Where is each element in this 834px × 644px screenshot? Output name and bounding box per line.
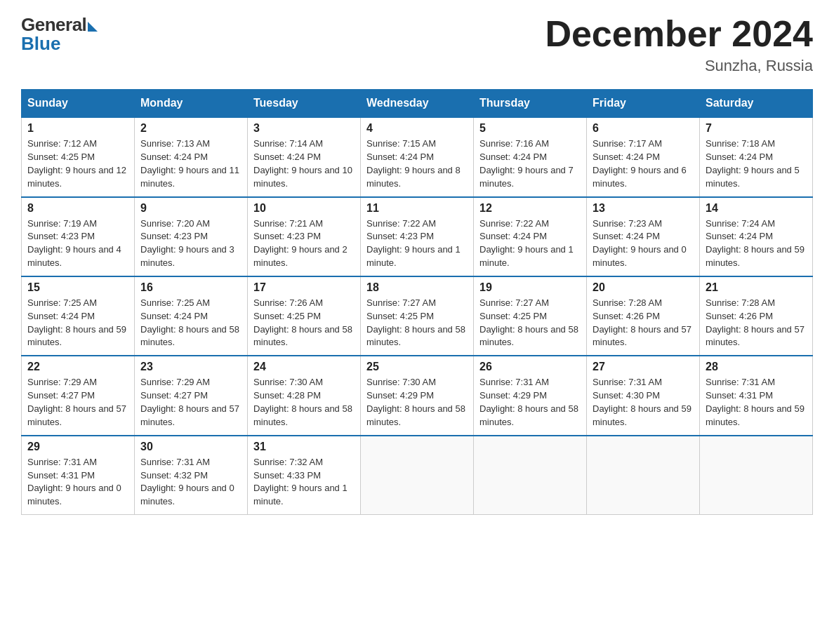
calendar-week-row: 1Sunrise: 7:12 AMSunset: 4:25 PMDaylight… [22, 117, 813, 196]
day-info: Sunrise: 7:28 AMSunset: 4:26 PMDaylight:… [593, 297, 694, 349]
calendar-cell: 31Sunrise: 7:32 AMSunset: 4:33 PMDayligh… [248, 436, 361, 515]
day-info: Sunrise: 7:13 AMSunset: 4:24 PMDaylight:… [140, 137, 241, 190]
day-number: 25 [366, 361, 468, 373]
calendar-cell: 27Sunrise: 7:31 AMSunset: 4:30 PMDayligh… [587, 356, 700, 435]
calendar-cell: 17Sunrise: 7:26 AMSunset: 4:25 PMDayligh… [248, 276, 361, 356]
day-info: Sunrise: 7:18 AMSunset: 4:24 PMDaylight:… [706, 137, 807, 190]
day-number: 7 [706, 122, 807, 135]
day-info: Sunrise: 7:24 AMSunset: 4:24 PMDaylight:… [706, 217, 807, 270]
calendar-cell: 23Sunrise: 7:29 AMSunset: 4:27 PMDayligh… [135, 356, 248, 435]
day-number: 23 [140, 361, 241, 373]
day-number: 9 [140, 202, 241, 215]
calendar-cell: 7Sunrise: 7:18 AMSunset: 4:24 PMDaylight… [700, 117, 813, 196]
day-number: 22 [27, 361, 128, 373]
calendar-cell: 19Sunrise: 7:27 AMSunset: 4:25 PMDayligh… [474, 276, 587, 356]
calendar-cell: 20Sunrise: 7:28 AMSunset: 4:26 PMDayligh… [587, 276, 700, 356]
day-info: Sunrise: 7:26 AMSunset: 4:25 PMDaylight:… [253, 297, 355, 349]
day-number: 29 [27, 441, 128, 453]
calendar-cell: 30Sunrise: 7:31 AMSunset: 4:32 PMDayligh… [135, 436, 248, 515]
calendar-header-friday: Friday [587, 90, 700, 118]
logo-blue-text: Blue [21, 33, 60, 55]
day-number: 14 [706, 202, 807, 215]
day-info: Sunrise: 7:21 AMSunset: 4:23 PMDaylight:… [253, 217, 355, 270]
calendar-cell: 21Sunrise: 7:28 AMSunset: 4:26 PMDayligh… [700, 276, 813, 356]
day-info: Sunrise: 7:31 AMSunset: 4:29 PMDaylight:… [479, 376, 581, 429]
day-info: Sunrise: 7:22 AMSunset: 4:24 PMDaylight:… [479, 217, 581, 270]
day-info: Sunrise: 7:31 AMSunset: 4:30 PMDaylight:… [593, 376, 694, 429]
day-number: 6 [593, 122, 694, 135]
day-info: Sunrise: 7:23 AMSunset: 4:24 PMDaylight:… [593, 217, 694, 270]
day-number: 3 [253, 122, 355, 135]
day-number: 31 [253, 441, 355, 453]
calendar-cell: 16Sunrise: 7:25 AMSunset: 4:24 PMDayligh… [135, 276, 248, 356]
calendar-cell: 1Sunrise: 7:12 AMSunset: 4:25 PMDaylight… [22, 117, 135, 196]
calendar-header-tuesday: Tuesday [248, 90, 361, 118]
day-info: Sunrise: 7:15 AMSunset: 4:24 PMDaylight:… [366, 137, 468, 190]
day-info: Sunrise: 7:29 AMSunset: 4:27 PMDaylight:… [140, 376, 241, 429]
calendar-cell: 12Sunrise: 7:22 AMSunset: 4:24 PMDayligh… [474, 197, 587, 276]
page-header: General Blue December 2024 Sunzha, Russi… [21, 14, 813, 75]
calendar-cell: 29Sunrise: 7:31 AMSunset: 4:31 PMDayligh… [22, 436, 135, 515]
calendar-cell: 14Sunrise: 7:24 AMSunset: 4:24 PMDayligh… [700, 197, 813, 276]
day-number: 19 [479, 281, 581, 294]
day-info: Sunrise: 7:30 AMSunset: 4:29 PMDaylight:… [366, 376, 468, 429]
calendar-cell: 22Sunrise: 7:29 AMSunset: 4:27 PMDayligh… [22, 356, 135, 435]
day-info: Sunrise: 7:28 AMSunset: 4:26 PMDaylight:… [706, 297, 807, 349]
day-number: 24 [253, 361, 355, 373]
calendar-cell: 13Sunrise: 7:23 AMSunset: 4:24 PMDayligh… [587, 197, 700, 276]
calendar-cell [474, 436, 587, 515]
calendar-week-row: 29Sunrise: 7:31 AMSunset: 4:31 PMDayligh… [22, 436, 813, 515]
calendar-cell: 2Sunrise: 7:13 AMSunset: 4:24 PMDaylight… [135, 117, 248, 196]
calendar-header-monday: Monday [135, 90, 248, 118]
day-number: 10 [253, 202, 355, 215]
calendar-table: SundayMondayTuesdayWednesdayThursdayFrid… [21, 89, 813, 515]
calendar-cell: 10Sunrise: 7:21 AMSunset: 4:23 PMDayligh… [248, 197, 361, 276]
logo-triangle-icon [88, 22, 98, 32]
day-number: 2 [140, 122, 241, 135]
calendar-week-row: 8Sunrise: 7:19 AMSunset: 4:23 PMDaylight… [22, 197, 813, 276]
day-info: Sunrise: 7:14 AMSunset: 4:24 PMDaylight:… [253, 137, 355, 190]
day-info: Sunrise: 7:32 AMSunset: 4:33 PMDaylight:… [253, 456, 355, 509]
day-number: 15 [27, 281, 128, 294]
title-section: December 2024 Sunzha, Russia [545, 14, 813, 75]
day-number: 1 [27, 122, 128, 135]
day-number: 16 [140, 281, 241, 294]
calendar-header-row: SundayMondayTuesdayWednesdayThursdayFrid… [22, 90, 813, 118]
day-number: 18 [366, 281, 468, 294]
day-number: 8 [27, 202, 128, 215]
calendar-cell: 28Sunrise: 7:31 AMSunset: 4:31 PMDayligh… [700, 356, 813, 435]
day-info: Sunrise: 7:20 AMSunset: 4:23 PMDaylight:… [140, 217, 241, 270]
day-info: Sunrise: 7:27 AMSunset: 4:25 PMDaylight:… [366, 297, 468, 349]
day-info: Sunrise: 7:12 AMSunset: 4:25 PMDaylight:… [27, 137, 128, 190]
day-info: Sunrise: 7:16 AMSunset: 4:24 PMDaylight:… [479, 137, 581, 190]
calendar-cell: 24Sunrise: 7:30 AMSunset: 4:28 PMDayligh… [248, 356, 361, 435]
calendar-cell: 15Sunrise: 7:25 AMSunset: 4:24 PMDayligh… [22, 276, 135, 356]
calendar-cell [587, 436, 700, 515]
day-number: 30 [140, 441, 241, 453]
calendar-week-row: 15Sunrise: 7:25 AMSunset: 4:24 PMDayligh… [22, 276, 813, 356]
day-number: 11 [366, 202, 468, 215]
day-info: Sunrise: 7:25 AMSunset: 4:24 PMDaylight:… [27, 297, 128, 349]
month-title: December 2024 [545, 14, 813, 54]
day-number: 12 [479, 202, 581, 215]
calendar-header-saturday: Saturday [700, 90, 813, 118]
day-info: Sunrise: 7:30 AMSunset: 4:28 PMDaylight:… [253, 376, 355, 429]
day-info: Sunrise: 7:19 AMSunset: 4:23 PMDaylight:… [27, 217, 128, 270]
day-number: 26 [479, 361, 581, 373]
calendar-cell: 26Sunrise: 7:31 AMSunset: 4:29 PMDayligh… [474, 356, 587, 435]
calendar-header-thursday: Thursday [474, 90, 587, 118]
day-info: Sunrise: 7:27 AMSunset: 4:25 PMDaylight:… [479, 297, 581, 349]
calendar-cell: 3Sunrise: 7:14 AMSunset: 4:24 PMDaylight… [248, 117, 361, 196]
day-info: Sunrise: 7:17 AMSunset: 4:24 PMDaylight:… [593, 137, 694, 190]
calendar-cell: 9Sunrise: 7:20 AMSunset: 4:23 PMDaylight… [135, 197, 248, 276]
calendar-cell: 5Sunrise: 7:16 AMSunset: 4:24 PMDaylight… [474, 117, 587, 196]
calendar-cell: 25Sunrise: 7:30 AMSunset: 4:29 PMDayligh… [361, 356, 474, 435]
calendar-cell: 11Sunrise: 7:22 AMSunset: 4:23 PMDayligh… [361, 197, 474, 276]
logo: General Blue [21, 14, 98, 55]
day-info: Sunrise: 7:31 AMSunset: 4:31 PMDaylight:… [27, 456, 128, 509]
day-info: Sunrise: 7:31 AMSunset: 4:31 PMDaylight:… [706, 376, 807, 429]
day-number: 17 [253, 281, 355, 294]
calendar-week-row: 22Sunrise: 7:29 AMSunset: 4:27 PMDayligh… [22, 356, 813, 435]
day-number: 28 [706, 361, 807, 373]
location: Sunzha, Russia [545, 57, 813, 75]
